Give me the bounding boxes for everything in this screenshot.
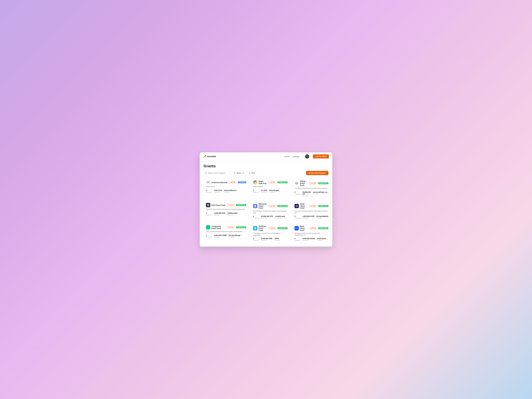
login-button[interactable]: Login to Web3	[313, 154, 329, 158]
status-filter[interactable]: ⊕ Status All	[232, 171, 246, 175]
nav-link-settings[interactable]: Settings	[293, 155, 299, 158]
badge-status: COMPLETED	[318, 227, 329, 229]
card-logo-ethereum	[253, 204, 257, 208]
stat-grant-pool: 7,000,000 EOS Grant pool	[214, 212, 225, 215]
stat-proposals: 3 Proposals	[295, 215, 300, 219]
stat-grant-pool: 2,500,000 COMP Grant pool	[214, 234, 227, 238]
grant-pool-value: 2,500,000 COMP	[214, 234, 227, 236]
grant-card-arbitrum[interactable]: Arbitrum Grant Fund + ACTIVE COMPLETED T…	[251, 223, 290, 243]
card-stats: 3 Proposals 2,500,000 COMP Grant pool Eu…	[206, 234, 246, 238]
grant-card-compound[interactable]: S Compound Grant Fund + ACTIVE COMPLETED…	[203, 223, 249, 243]
proposals-value: 3	[295, 191, 300, 193]
stat-proposals: 3 Proposals	[295, 238, 300, 241]
stat-grant-pool: 0.1 ETH Grant pool	[261, 190, 267, 193]
badge-active: + ACTIVE	[268, 205, 276, 207]
proposals-label: Proposals	[253, 217, 259, 219]
badge-active: + ACTIVE	[227, 204, 235, 206]
badge-active: + ACTIVE	[268, 227, 276, 229]
grant-card-xc[interactable]: XC xczbvxzcvvbxczvb + ACTIVE ONGOING zxb…	[203, 178, 249, 199]
grant-pool-value: 5,000,000 ARB	[261, 238, 272, 240]
card-description: The Base Grant Fund encourages the devel…	[295, 232, 329, 236]
timezone-value: Europe/Madrid	[317, 215, 328, 217]
filter-icon: ⚙	[249, 172, 250, 174]
stat-grant-pool: 0.001 ETH Grant pool	[214, 190, 222, 193]
search-icon: 🔍	[205, 172, 207, 174]
timezone-label: Timezone	[228, 214, 238, 215]
stat-timezone: America/Punta_Ar... Timezone	[313, 191, 329, 196]
card-logo-xc: XC	[206, 180, 210, 184]
stat-timezone: Asia/Urumqi Timezone	[275, 215, 285, 219]
status-label: Status	[236, 172, 241, 174]
card-name: Arbitrum Grant Fund	[259, 225, 267, 231]
avatar[interactable]	[305, 154, 309, 158]
proposals-value: 3	[206, 212, 212, 214]
svg-point-0	[295, 183, 298, 184]
proposals-label: Proposals	[295, 240, 300, 241]
grant-pool-label: Grant pool	[214, 236, 227, 238]
grant-card-eos[interactable]: EOS Grant Fund + ACTIVE COMPLETED The EO…	[203, 201, 249, 221]
proposals-value: 3	[295, 238, 300, 240]
stat-grant-pool: 5,000,000 ARB Grant pool	[261, 238, 272, 241]
grant-card-dfinity[interactable]: Dfinity Grant Fund + ACTIVE COMPLETED Th…	[292, 178, 331, 199]
card-logo-web3	[253, 180, 257, 184]
card-name: Compound Grant Fund	[211, 225, 225, 229]
search-input[interactable]	[208, 172, 229, 174]
nav-link-grants[interactable]: Grants	[284, 155, 290, 158]
stat-proposals: 3 Proposals	[206, 212, 212, 215]
page-title: Grants	[203, 164, 329, 168]
stat-proposals: 3 Proposals	[295, 191, 300, 196]
create-grant-button[interactable]: Create Grant Program	[306, 171, 329, 175]
proposals-label: Proposals	[295, 193, 300, 195]
grant-card-dydx[interactable]: ✕ dYdX Grant Fund + ACTIVE COMPLETED Foc…	[292, 201, 331, 221]
grant-card-ethereum[interactable]: Ethereum Grant Fund + ACTIVE COMPLETED T…	[251, 201, 290, 221]
timezone-value: America/Denver	[224, 190, 237, 191]
badge-active: + ACTIVE	[227, 226, 235, 228]
timezone-label: Timezone	[275, 217, 285, 219]
badge-status: COMPLETED	[277, 227, 288, 229]
badge-status: COMPLETED	[277, 181, 288, 183]
card-header: Web3 Auth Fun + ACTIVE COMPLETED	[253, 180, 288, 184]
grant-pool-value: 0.1 ETH	[261, 190, 267, 191]
card-header: EOS Grant Fund + ACTIVE COMPLETED	[206, 203, 246, 207]
proposals-value: 3	[253, 238, 259, 240]
nav-logo: 🥕 Incented	[203, 155, 216, 158]
timezone-value: GMT0	[274, 238, 280, 240]
card-stats: 3 Proposals 1,000,000 dYdX Grant pool Eu…	[295, 215, 329, 219]
card-name: xczbvxzcvvbxczvb	[211, 181, 227, 184]
badge-active: + ACTIVE	[309, 205, 317, 207]
filter-label: Filter	[251, 172, 255, 174]
card-stats: 3 Proposals 4,000,000 BASE Grant pool As…	[295, 238, 329, 241]
badge-status: COMPLETED	[236, 226, 246, 228]
card-stats: 0 Proposals 0.001 ETH Grant pool America…	[206, 190, 246, 193]
card-logo-eos	[206, 203, 210, 207]
filter-button[interactable]: ⚙ Filter	[247, 171, 257, 175]
card-description: zxbxzcbzxcb	[206, 186, 246, 188]
badge-status: COMPLETED	[277, 205, 288, 207]
status-plus-icon: ⊕	[234, 172, 235, 174]
card-logo-compound: S	[206, 225, 210, 229]
grant-pool-label: Grant pool	[303, 195, 311, 196]
grant-pool-value: 1,000,000 dYdX	[303, 215, 315, 217]
timezone-value: America/Punta_Ar...	[313, 191, 329, 193]
card-description: The Dfinity Grant Fund is committed to f…	[295, 187, 329, 190]
proposals-label: Proposals	[206, 191, 212, 193]
card-name: Dfinity Grant Fund	[300, 180, 308, 186]
badge-status: COMPLETED	[318, 182, 329, 184]
timezone-label: Timezone	[317, 217, 328, 219]
proposals-label: Proposals	[206, 214, 212, 215]
card-stats: 3 Proposals 20,000,000 ETH Grant pool As…	[253, 215, 288, 219]
stat-timezone: Europe/Madrid Timezone	[317, 215, 328, 219]
timezone-value: Asia/Urumqi	[275, 215, 285, 217]
stat-grant-pool: 1,000,000 dYdX Grant pool	[303, 215, 315, 219]
card-name: Web3 Auth Fun	[259, 180, 267, 184]
badge-active: + ACTIVE	[309, 227, 317, 229]
grant-card-base[interactable]: BAS Base Grant Fund + ACTIVE COMPLETED T…	[292, 223, 331, 243]
app-window: 🥕 Incented Grants Settings Login to Web3…	[200, 152, 332, 247]
stat-grant-pool: 10,000,000 ICP Grant pool	[303, 191, 311, 196]
grant-card-web3[interactable]: Web3 Auth Fun + ACTIVE COMPLETED Fund re…	[251, 178, 290, 199]
svg-text:✕: ✕	[296, 206, 297, 207]
stat-timezone: US/Mountain Timezone	[228, 212, 238, 215]
card-header: BAS Base Grant Fund + ACTIVE COMPLETED	[295, 225, 329, 231]
card-header: S Compound Grant Fund + ACTIVE COMPLETED	[206, 225, 246, 229]
proposals-value: 0	[206, 190, 212, 191]
